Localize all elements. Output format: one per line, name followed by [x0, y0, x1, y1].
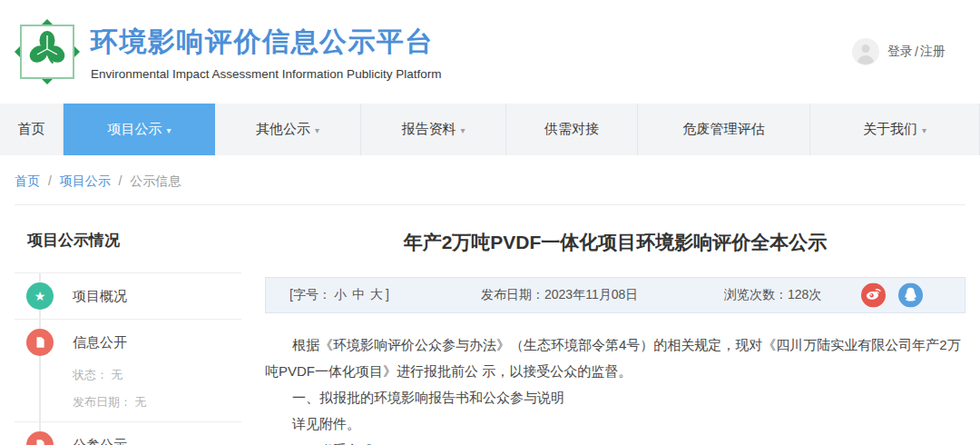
- breadcrumb-project-publicity[interactable]: 项目公示: [60, 173, 111, 188]
- chevron-down-icon: ▾: [166, 125, 171, 135]
- project-timeline: ★ 项目概况 信息公开 状态： 无 发布日期： 无: [15, 272, 241, 445]
- clover-logo-icon: [13, 17, 82, 86]
- breadcrumb-separator: /: [48, 173, 52, 188]
- view-count: 浏览次数：128次: [724, 287, 821, 303]
- nav-item-other-publicity[interactable]: 其他公示 ▾: [215, 104, 361, 155]
- nav-item-label: 其他公示: [256, 121, 310, 138]
- article-title: 年产2万吨PVDF一体化项目环境影响评价全本公示: [265, 230, 965, 255]
- sidebar-item-project-overview[interactable]: ★ 项目概况: [15, 273, 241, 320]
- weibo-share-icon[interactable]: [861, 283, 886, 308]
- breadcrumb-current: 公示信息: [130, 173, 181, 188]
- chevron-down-icon: ▾: [315, 125, 319, 135]
- login-area: 登录 / 注册: [852, 38, 946, 65]
- font-size-large-button[interactable]: 大: [370, 287, 383, 302]
- font-size-small-button[interactable]: 小: [334, 287, 347, 302]
- sidebar: 项目公示情况 ★ 项目概况 信息公开: [15, 230, 241, 445]
- login-register-separator: /: [915, 44, 918, 59]
- sidebar-item-label: 公参公示: [73, 437, 127, 445]
- chevron-down-icon: ▾: [922, 125, 926, 135]
- nav-item-label: 关于我们: [863, 121, 917, 138]
- user-avatar-icon: [852, 38, 879, 65]
- font-size-medium-button[interactable]: 中: [352, 287, 365, 302]
- nav-item-about-us[interactable]: 关于我们 ▾: [810, 104, 980, 155]
- site-logo[interactable]: [13, 17, 82, 86]
- document-icon: [26, 329, 54, 356]
- main-nav: 首页 项目公示 ▾ 其他公示 ▾ 报告资料 ▾ 供需对接 危废管理评估 关于我们…: [0, 104, 980, 155]
- sidebar-item-label: 项目概况: [73, 288, 127, 305]
- article-paragraph: 二、联系方式: [265, 437, 965, 445]
- breadcrumb-home[interactable]: 首页: [15, 173, 40, 188]
- site-header: 环境影响评价信息公示平台 Environmental Impact Assess…: [0, 0, 980, 104]
- sidebar-item-label: 信息公开: [73, 334, 127, 351]
- nav-item-label: 报告资料: [401, 121, 456, 138]
- login-link[interactable]: 登录: [887, 44, 913, 60]
- article-paragraph: 根据《环境影响评价公众参与办法》（生态环境部令第4号）的相关规定，现对《四川万陆…: [265, 331, 965, 384]
- page: 环境影响评价信息公示平台 Environmental Impact Assess…: [0, 0, 980, 445]
- content: 项目公示情况 ★ 项目概况 信息公开: [0, 230, 980, 445]
- publish-date-text: 发布日期： 无: [73, 394, 241, 410]
- sidebar-item-public-participation[interactable]: 公参公示 状态： 无: [15, 422, 241, 445]
- article-paragraph: 详见附件。: [265, 410, 965, 437]
- article-info-bar: [字号：小中大] 发布日期：2023年11月08日 浏览次数：128次: [265, 277, 965, 313]
- nav-item-label: 危废管理评估: [683, 121, 765, 138]
- sidebar-title: 项目公示情况: [15, 230, 241, 272]
- article: 年产2万吨PVDF一体化项目环境影响评价全本公示 [字号：小中大] 发布日期：2…: [265, 230, 965, 445]
- publish-date: 发布日期：2023年11月08日: [481, 287, 638, 303]
- site-title: 环境影响评价信息公示平台: [91, 24, 441, 61]
- site-title-block: 环境影响评价信息公示平台 Environmental Impact Assess…: [91, 24, 441, 81]
- nav-item-report-materials[interactable]: 报告资料 ▾: [361, 104, 506, 155]
- document-icon: [26, 431, 54, 445]
- nav-item-hazardous-waste[interactable]: 危废管理评估: [638, 104, 810, 155]
- qq-share-icon[interactable]: [898, 283, 923, 308]
- star-glyph: ★: [34, 290, 46, 302]
- font-size-label: [字号：: [289, 287, 331, 302]
- status-text: 状态： 无: [73, 367, 241, 383]
- site-subtitle: Environmental Impact Assessment Informat…: [91, 67, 441, 81]
- font-size-label-close: ]: [386, 287, 389, 302]
- sidebar-item-information-disclosure[interactable]: 信息公开 状态： 无 发布日期： 无: [15, 320, 241, 422]
- breadcrumb-separator: /: [119, 173, 122, 188]
- breadcrumb: 首页 / 项目公示 / 公示信息: [15, 173, 965, 205]
- nav-item-label: 首页: [18, 121, 45, 138]
- register-link[interactable]: 注册: [920, 44, 946, 60]
- nav-item-project-publicity[interactable]: 项目公示 ▾: [64, 104, 215, 155]
- nav-item-label: 项目公示: [107, 121, 162, 138]
- nav-item-label: 供需对接: [544, 121, 599, 138]
- nav-item-home[interactable]: 首页: [0, 104, 64, 155]
- font-size-control: [字号：小中大]: [289, 287, 389, 303]
- nav-item-supply-demand[interactable]: 供需对接: [506, 104, 638, 155]
- star-icon: ★: [26, 282, 54, 310]
- chevron-down-icon: ▾: [460, 125, 465, 135]
- article-paragraph: 一、拟报批的环境影响报告书和公众参与说明: [265, 384, 965, 410]
